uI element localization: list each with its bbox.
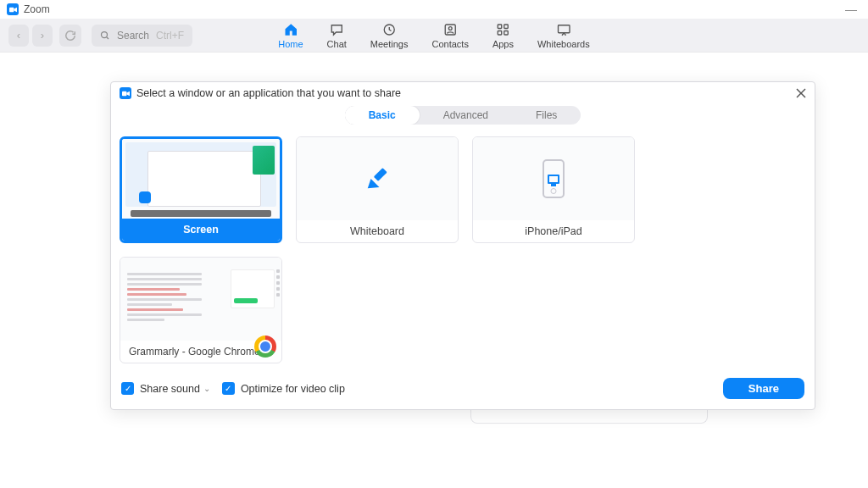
apps-icon (495, 22, 510, 37)
share-button[interactable]: Share (723, 378, 804, 399)
window-titlebar: Zoom — (0, 0, 868, 19)
home-icon (283, 22, 298, 37)
svg-line-2 (107, 36, 109, 39)
close-icon (796, 88, 806, 98)
search-shortcut: Ctrl+F (156, 30, 184, 42)
share-option-app-chrome[interactable]: Grammarly - Google Chrome (120, 257, 282, 363)
nav-whiteboards[interactable]: Whiteboards (537, 22, 590, 52)
contacts-icon (442, 22, 458, 37)
phone-icon (542, 159, 565, 198)
clock-icon (381, 22, 397, 37)
svg-rect-6 (498, 25, 502, 29)
svg-rect-14 (374, 168, 387, 181)
share-option-label: iPhone/iPad (473, 220, 634, 242)
share-sound-dropdown[interactable]: ⌄ (203, 384, 210, 393)
chrome-icon (254, 336, 276, 358)
dialog-footer: ✓ Share sound ⌄ ✓ Optimize for video cli… (111, 371, 815, 409)
dialog-title: Select a window or an application that y… (136, 87, 401, 99)
svg-point-5 (448, 27, 452, 30)
nav-chat[interactable]: Chat (327, 22, 347, 52)
nav-contacts[interactable]: Contacts (431, 22, 468, 52)
tab-files[interactable]: Files (512, 106, 581, 125)
whiteboard-thumbnail (297, 137, 458, 220)
iphone-thumbnail (473, 137, 634, 220)
app-window-thumbnail (120, 258, 281, 341)
app-title: Zoom (24, 3, 50, 15)
share-option-whiteboard[interactable]: Whiteboard (296, 136, 459, 243)
dialog-header: Select a window or an application that y… (111, 82, 815, 104)
minimize-icon[interactable]: — (841, 3, 861, 16)
close-button[interactable] (796, 87, 806, 101)
optimize-video-label: Optimize for video clip (241, 383, 345, 395)
main-nav: Home Chat Meetings Contacts Apps Whitebo… (278, 19, 590, 52)
share-option-label: Whiteboard (297, 220, 458, 242)
search-icon (100, 30, 110, 41)
share-option-label: Screen (122, 219, 280, 241)
svg-rect-0 (9, 7, 14, 11)
pencil-icon (364, 166, 390, 191)
share-screen-dialog: Select a window or an application that y… (110, 81, 815, 410)
svg-rect-10 (558, 25, 570, 33)
svg-point-1 (102, 31, 108, 37)
share-sound-checkbox[interactable]: ✓ (121, 382, 134, 395)
forward-button[interactable]: › (32, 25, 53, 47)
nav-meetings[interactable]: Meetings (370, 22, 409, 52)
svg-rect-8 (498, 31, 502, 36)
share-sound-label: Share sound (140, 383, 200, 395)
tab-basic[interactable]: Basic (345, 106, 420, 125)
share-option-screen[interactable]: Screen (120, 136, 282, 243)
svg-rect-11 (122, 91, 126, 95)
svg-rect-9 (504, 31, 509, 36)
chat-icon (329, 22, 344, 37)
share-option-iphone-ipad[interactable]: iPhone/iPad (472, 136, 635, 243)
zoom-logo-icon (7, 3, 19, 15)
optimize-video-checkbox[interactable]: ✓ (222, 382, 235, 395)
nav-home[interactable]: Home (278, 22, 303, 52)
nav-apps[interactable]: Apps (492, 22, 514, 52)
refresh-button[interactable] (59, 25, 81, 47)
screen-thumbnail (122, 139, 280, 219)
share-mode-tabs: Basic Advanced Files (111, 106, 815, 125)
main-toolbar: ‹ › Search Ctrl+F Home Chat Meetings Con… (0, 19, 868, 53)
back-button[interactable]: ‹ (8, 25, 29, 47)
search-placeholder: Search (117, 30, 149, 42)
zoom-logo-icon (120, 87, 131, 99)
whiteboard-icon (556, 22, 571, 37)
svg-rect-7 (504, 25, 509, 29)
history-nav: ‹ › (8, 25, 53, 47)
airplay-icon (548, 175, 559, 184)
share-options-grid: Screen Whiteboard iPhone/iPad (111, 125, 815, 371)
search-box[interactable]: Search Ctrl+F (92, 25, 192, 47)
tab-advanced[interactable]: Advanced (420, 106, 512, 125)
